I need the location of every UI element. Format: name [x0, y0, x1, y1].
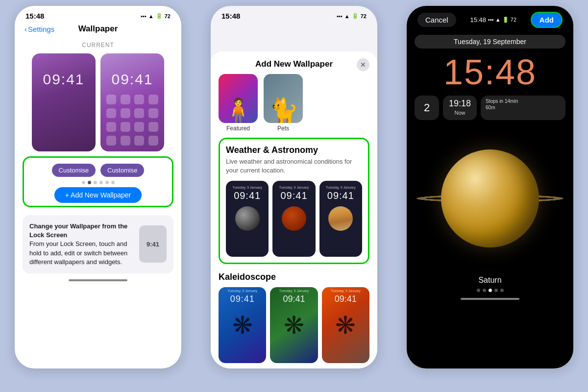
modal-title: Add New Wallpaper	[255, 59, 333, 69]
panel3-status-icons: ▪▪▪ ▲ 🔋 72	[488, 17, 516, 23]
panel-3: Cancel 15:48 ▪▪▪ ▲ 🔋 72 Add Tuesday, 19 …	[392, 0, 588, 392]
dot-3	[94, 181, 97, 184]
app-icon	[106, 95, 116, 104]
category-pets[interactable]: 🐈 Pets	[264, 74, 303, 132]
mars-time: 09:41	[280, 190, 307, 201]
kaleid-gold[interactable]: ❋ Tuesday, 9 January 09:41	[322, 287, 369, 363]
app-icon	[121, 95, 130, 104]
info-card: Change your Wallpaper from the Lock Scre…	[23, 215, 173, 273]
ls-widget-number: 2	[415, 96, 439, 120]
signal-icon-1: ▪▪▪	[141, 13, 147, 19]
ls-widget-inner-time: 19:18	[449, 98, 471, 109]
jupiter-planet-container	[322, 201, 359, 236]
panel3-action-bar: Cancel 15:48 ▪▪▪ ▲ 🔋 72 Add	[407, 6, 573, 30]
category-scroll: 🧍 Featured 🐈 Pets	[211, 74, 377, 138]
dot-1	[82, 181, 85, 184]
dot-6	[111, 181, 115, 184]
phone-frame-3: Cancel 15:48 ▪▪▪ ▲ 🔋 72 Add Tuesday, 19 …	[407, 6, 573, 368]
cancel-button[interactable]: Cancel	[417, 13, 456, 27]
customise-highlight-box: Customise Customise + Add New Wallpaper	[23, 156, 173, 207]
weather-astronomy-section: Weather & Astronomy Live weather and ast…	[219, 138, 369, 264]
app-icon	[121, 108, 130, 118]
moon-planet	[235, 206, 260, 231]
jupiter-date: Tuesday, 9 January	[326, 186, 356, 189]
saturn-system	[441, 149, 539, 247]
app-icon	[134, 122, 144, 132]
saturn-name-label: Saturn	[407, 276, 573, 285]
ls-dot-2	[483, 289, 486, 292]
ls-date-display: Tuesday, 19 September	[415, 35, 565, 49]
app-icon	[134, 136, 144, 146]
mars-wallpaper[interactable]: Tuesday, 9 January 09:41	[272, 181, 315, 257]
app-icon	[106, 108, 116, 118]
info-card-title: Change your Wallpaper from the Lock Scre…	[29, 222, 127, 239]
ls-widget-clock: 19:18 Now	[443, 96, 477, 120]
kaleid-green-time: 09:41	[270, 294, 318, 304]
ls-dot-4	[494, 289, 498, 292]
app-icon	[134, 108, 144, 118]
ls-widget-inner-label: Now	[455, 110, 466, 116]
featured-label: Featured	[226, 125, 250, 132]
jupiter-wallpaper[interactable]: Tuesday, 9 January 09:41	[319, 181, 362, 257]
kaleidoscope-section: Kaleidoscope	[219, 272, 369, 282]
moon-wallpaper[interactable]: Tuesday, 9 January 09:41	[226, 181, 269, 257]
phone-frame-1: 15:48 ▪▪▪ ▲ 🔋 72 ‹ Settings Wallpaper CU…	[15, 6, 181, 368]
pets-thumb: 🐈	[264, 74, 303, 123]
featured-figure: 🧍	[223, 98, 253, 123]
lock-screen-content: Tuesday, 19 September 15:48 2 19:18 Now …	[407, 30, 573, 120]
home-screen-preview[interactable]: 09:41	[100, 53, 164, 151]
battery-icon-2: 🔋	[352, 13, 359, 19]
kaleid-gold-time: 09:41	[322, 294, 369, 304]
back-button-1[interactable]: ‹ Settings	[24, 25, 54, 33]
battery-level-2: 72	[361, 13, 367, 19]
jupiter-planet	[328, 206, 353, 231]
chevron-left-icon: ‹	[24, 25, 27, 33]
app-icon	[106, 122, 116, 132]
panel-2: 15:48 ▪▪▪ ▲ 🔋 72 Add New Wallpaper ✕ 🧍	[196, 0, 392, 392]
home-time-display: 09:41	[111, 71, 153, 88]
back-label-1: Settings	[28, 25, 54, 33]
featured-thumb: 🧍	[219, 74, 258, 123]
kaleid-gold-date: Tuesday, 9 January	[322, 289, 369, 293]
modal-close-button[interactable]: ✕	[357, 58, 369, 71]
status-time-2: 15:48	[221, 12, 240, 20]
modal-header: Add New Wallpaper ✕	[211, 51, 377, 74]
app-icon	[148, 95, 158, 104]
panel-1: 15:48 ▪▪▪ ▲ 🔋 72 ‹ Settings Wallpaper CU…	[0, 0, 196, 392]
weather-label: Stops in 14min	[486, 98, 561, 104]
dot-4	[99, 181, 103, 184]
section-content: Weather & Astronomy Live weather and ast…	[211, 138, 377, 368]
saturn-planet	[441, 149, 539, 247]
pets-label: Pets	[277, 125, 289, 132]
dot-2	[88, 181, 91, 184]
lock-screen-preview[interactable]: 09:41	[32, 53, 96, 151]
kaleid-green[interactable]: ❋ Tuesday, 9 January 09:41	[270, 287, 318, 363]
app-icon	[106, 136, 116, 146]
status-icons-1: ▪▪▪ ▲ 🔋 72	[141, 13, 171, 19]
moon-date: Tuesday, 9 January	[232, 186, 262, 189]
kaleid-title: Kaleidoscope	[219, 272, 369, 282]
status-bar-2: 15:48 ▪▪▪ ▲ 🔋 72	[211, 6, 377, 22]
kaleid-blue[interactable]: ❋ Tuesday, 9 January 09:41	[219, 287, 266, 363]
weather-section-title: Weather & Astronomy	[226, 145, 362, 155]
add-new-wallpaper-button[interactable]: + Add New Wallpaper	[54, 187, 142, 203]
ls-dot-5	[500, 289, 504, 292]
mars-date: Tuesday, 9 January	[279, 186, 309, 189]
jupiter-time: 09:41	[327, 190, 354, 201]
app-icon	[148, 122, 158, 132]
mars-planet	[282, 206, 306, 231]
category-featured[interactable]: 🧍 Featured	[219, 74, 258, 132]
add-wallpaper-modal: Add New Wallpaper ✕ 🧍 Featured 🐈 Pets	[211, 51, 377, 368]
status-time-1: 15:48	[25, 12, 44, 20]
status-bar-1: 15:48 ▪▪▪ ▲ 🔋 72	[15, 6, 181, 22]
panel3-time: 15:48	[470, 16, 486, 24]
info-card-body: From your Lock Screen, touch and hold to…	[29, 240, 127, 265]
customise-home-button[interactable]: Customise	[100, 164, 144, 177]
panel3-status-time: 15:48 ▪▪▪ ▲ 🔋 72	[470, 16, 516, 24]
app-icon	[148, 136, 158, 146]
add-button[interactable]: Add	[531, 12, 563, 28]
info-card-text: Change your Wallpaper from the Lock Scre…	[29, 222, 133, 267]
customise-lock-button[interactable]: Customise	[52, 164, 96, 177]
weather-wallpaper-row: Tuesday, 9 January 09:41 Tuesday, 9 Janu…	[226, 181, 362, 257]
customise-button-row: Customise Customise	[27, 161, 169, 177]
